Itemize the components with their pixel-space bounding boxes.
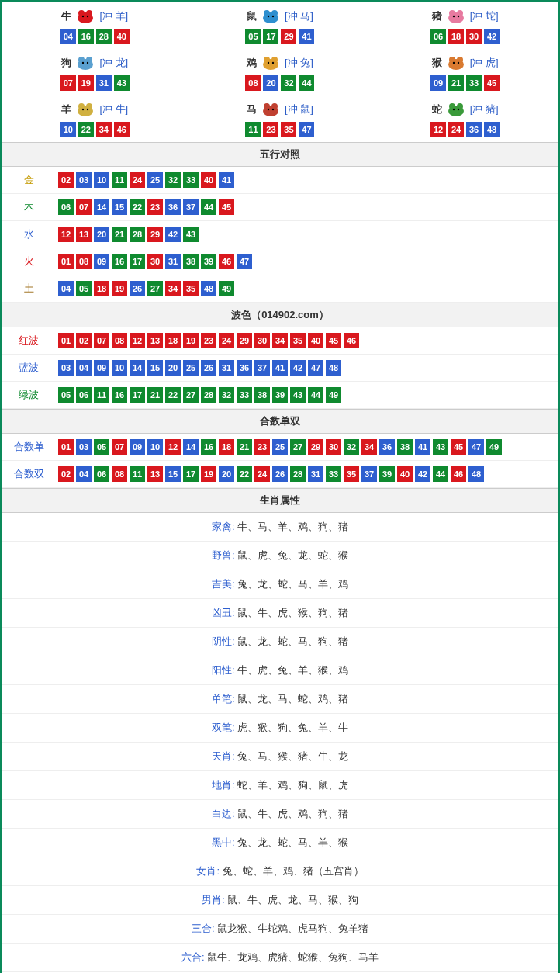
zodiac-conflict: [冲 龙] (99, 56, 128, 70)
row-balls: 05061116172122272832333839434449 (55, 382, 558, 409)
row-balls: 02031011242532334041 (55, 167, 558, 194)
table-row: 金02031011242532334041 (2, 167, 558, 194)
attr-val: 兔、蛇、羊、鸡、猪（五宫肖） (223, 865, 364, 877)
number-ball: 43 (433, 439, 448, 455)
attr-val: 兔、龙、蛇、马、羊、猴 (237, 836, 348, 848)
number-ball: 08 (112, 466, 127, 482)
row-label: 土 (2, 275, 55, 303)
number-ball: 40 (308, 333, 323, 348)
zodiac-name: 鸡 (247, 56, 257, 70)
svg-point-13 (452, 16, 454, 17)
number-ball: 36 (237, 360, 252, 376)
attr-key: 女肖: (196, 865, 220, 877)
number-ball: 47 (308, 360, 323, 376)
number-ball: 32 (219, 387, 234, 403)
zodiac-conflict: [冲 兔] (285, 56, 313, 70)
number-ball: 34 (165, 281, 181, 296)
zodiac-conflict: [冲 蛇] (470, 9, 499, 23)
monkey-icon (444, 54, 468, 72)
table-row: 木06071415222336374445 (2, 194, 558, 221)
number-ball: 18 (448, 29, 464, 44)
number-ball: 22 (237, 466, 252, 482)
table-row: 绿波05061116172122272832333839434449 (2, 382, 558, 409)
attr-key: 野兽: (212, 549, 235, 561)
number-ball: 05 (245, 29, 261, 44)
svg-point-7 (271, 10, 278, 16)
number-ball: 13 (76, 227, 92, 242)
attr-key: 吉美: (212, 578, 235, 590)
number-ball: 39 (379, 466, 395, 482)
zodiac-cell: 猪[冲 蛇]06183042 (372, 2, 558, 49)
number-ball: 31 (96, 75, 112, 91)
attr-val: 鼠龙猴、牛蛇鸡、虎马狗、兔羊猪 (217, 923, 368, 934)
number-ball: 47 (299, 122, 314, 137)
svg-point-4 (87, 16, 88, 17)
svg-point-32 (86, 103, 92, 109)
table-row: 合数单0103050709101214161821232527293032343… (2, 434, 558, 461)
zodiac-cell: 猴[冲 虎]09213345 (372, 49, 558, 95)
attr-row: 双笔: 虎、猴、狗、兔、羊、牛 (2, 714, 558, 743)
number-ball: 11 (94, 387, 109, 403)
zodiac-name: 羊 (61, 102, 71, 116)
svg-point-8 (268, 16, 269, 17)
number-ball: 02 (58, 466, 74, 482)
attr-val: 兔、龙、蛇、马、羊、鸡 (237, 578, 348, 590)
heshu-table: 合数单0103050709101214161821232527293032343… (2, 434, 558, 488)
number-ball: 23 (147, 199, 163, 215)
svg-point-22 (271, 57, 278, 63)
number-ball: 29 (281, 29, 296, 44)
number-ball: 36 (165, 199, 181, 215)
number-ball: 33 (237, 387, 252, 403)
bose-table: 红波0102070812131819232429303435404546蓝波03… (2, 327, 558, 409)
svg-point-12 (457, 10, 463, 16)
number-ball: 26 (201, 360, 216, 376)
number-ball: 01 (58, 254, 74, 269)
table-row: 水1213202128294243 (2, 221, 558, 248)
number-ball: 06 (58, 199, 74, 215)
rooster-icon (258, 54, 283, 72)
number-ball: 15 (165, 466, 181, 482)
number-ball: 02 (76, 333, 92, 348)
wuxing-table: 金02031011242532334041木060714152223363744… (2, 167, 558, 303)
number-ball: 15 (147, 360, 163, 376)
number-ball: 41 (415, 439, 430, 455)
number-ball: 06 (94, 466, 109, 482)
attr-row: 凶丑: 鼠、牛、虎、猴、狗、猪 (2, 599, 558, 628)
number-ball: 37 (183, 199, 199, 215)
svg-point-17 (86, 57, 92, 63)
number-ball: 32 (281, 75, 296, 91)
number-ball: 33 (326, 466, 341, 482)
number-ball: 20 (165, 360, 181, 376)
row-balls: 1213202128294243 (55, 221, 558, 248)
zodiac-conflict: [冲 猪] (470, 102, 499, 116)
number-ball: 13 (147, 333, 163, 348)
svg-point-36 (264, 103, 270, 109)
number-ball: 30 (326, 439, 341, 455)
attr-val: 兔、马、猴、猪、牛、龙 (237, 750, 348, 762)
number-ball: 48 (326, 360, 341, 376)
number-ball: 08 (245, 75, 261, 91)
attr-row: 单笔: 鼠、龙、马、蛇、鸡、猪 (2, 685, 558, 714)
number-ball: 07 (76, 199, 92, 215)
goat-icon (73, 100, 98, 119)
number-ball: 38 (183, 254, 199, 269)
number-ball: 33 (466, 75, 482, 91)
number-ball: 08 (76, 254, 92, 269)
attrs-list: 家禽: 牛、马、羊、鸡、狗、猪野兽: 鼠、虎、兔、龙、蛇、猴吉美: 兔、龙、蛇、… (2, 513, 558, 972)
number-ball: 41 (219, 172, 234, 188)
svg-point-3 (82, 16, 84, 17)
svg-point-41 (449, 103, 455, 109)
svg-point-14 (457, 16, 458, 17)
svg-point-23 (268, 62, 269, 64)
number-ball: 40 (114, 29, 130, 44)
number-ball: 22 (165, 387, 181, 403)
ox-icon (73, 7, 98, 26)
attr-val: 牛、虎、兔、羊、猴、鸡 (237, 664, 348, 676)
number-ball: 14 (183, 439, 199, 455)
number-ball: 09 (94, 254, 109, 269)
number-ball: 30 (147, 254, 163, 269)
number-ball: 26 (130, 281, 145, 296)
number-ball: 49 (326, 387, 341, 403)
svg-point-9 (272, 16, 274, 17)
number-ball: 24 (254, 466, 270, 482)
